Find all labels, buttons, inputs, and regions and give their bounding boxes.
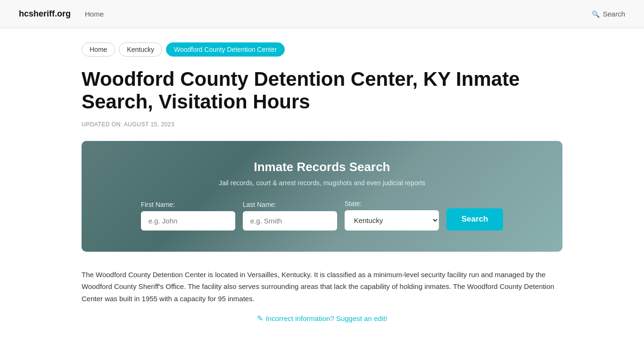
breadcrumb-home[interactable]: Home <box>82 42 115 57</box>
last-name-input[interactable] <box>243 211 337 230</box>
search-button[interactable]: Search <box>446 208 504 230</box>
updated-prefix: UPDATED ON: <box>82 121 123 128</box>
breadcrumb-kentucky[interactable]: Kentucky <box>119 42 162 57</box>
page-title: Woodford County Detention Center, KY Inm… <box>82 68 562 114</box>
pencil-icon: ✎ <box>257 314 263 323</box>
main-content: Home Kentucky Woodford County Detention … <box>63 28 581 337</box>
updated-date-value: AUGUST 15, 2023 <box>124 121 174 128</box>
first-name-label: First Name: <box>141 201 175 208</box>
search-icon: 🔍 <box>592 10 600 18</box>
first-name-field: First Name: <box>141 201 235 230</box>
updated-date: UPDATED ON: AUGUST 15, 2023 <box>82 121 562 128</box>
site-title[interactable]: hcsheriff.org <box>19 9 71 19</box>
state-select[interactable]: Kentucky Alabama Alaska Arizona Arkansas… <box>345 210 439 230</box>
widget-subtitle: Jail records, court & arrest records, mu… <box>105 179 539 187</box>
state-label: State: <box>345 200 362 207</box>
header-left: hcsheriff.org Home <box>19 9 104 19</box>
suggest-edit-link[interactable]: ✎ Incorrect information? Suggest an edit… <box>82 314 562 323</box>
inmate-search-widget: Inmate Records Search Jail records, cour… <box>82 141 562 252</box>
state-field: State: Kentucky Alabama Alaska Arizona A… <box>345 200 439 230</box>
nav-home-link[interactable]: Home <box>85 10 104 18</box>
header-search-label: Search <box>603 10 625 18</box>
last-name-field: Last Name: <box>243 201 337 230</box>
first-name-input[interactable] <box>141 211 235 230</box>
breadcrumb-current[interactable]: Woodford County Detention Center <box>166 42 285 57</box>
site-header: hcsheriff.org Home 🔍 Search <box>0 0 644 28</box>
suggest-edit-label: Incorrect information? Suggest an edit! <box>266 314 388 322</box>
inmate-search-form: First Name: Last Name: State: Kentucky A… <box>105 200 539 230</box>
widget-title: Inmate Records Search <box>105 160 539 174</box>
header-search-button[interactable]: 🔍 Search <box>592 10 625 18</box>
facility-description: The Woodford County Detention Center is … <box>82 269 562 305</box>
breadcrumb: Home Kentucky Woodford County Detention … <box>82 42 562 57</box>
last-name-label: Last Name: <box>243 201 277 208</box>
